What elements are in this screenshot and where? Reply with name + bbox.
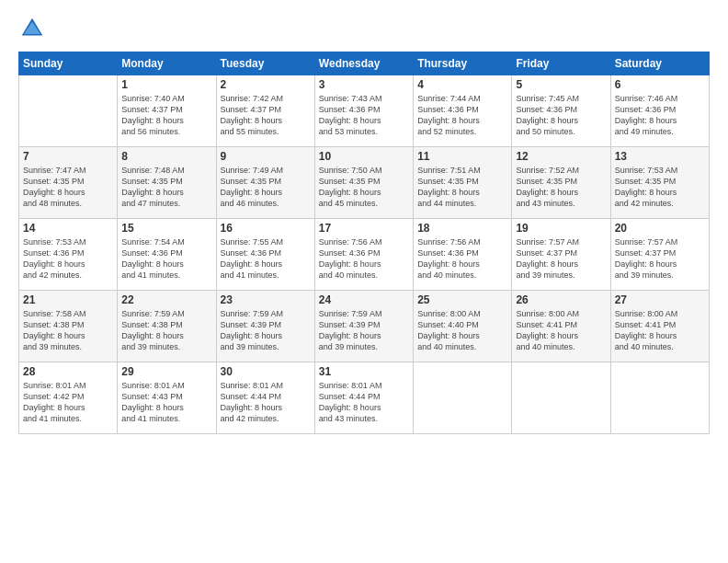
calendar-cell: 16Sunrise: 7:55 AMSunset: 4:36 PMDayligh… (216, 219, 314, 291)
calendar-cell: 25Sunrise: 8:00 AMSunset: 4:40 PMDayligh… (414, 291, 512, 362)
calendar-cell: 18Sunrise: 7:56 AMSunset: 4:36 PMDayligh… (414, 219, 512, 291)
calendar-cell: 10Sunrise: 7:50 AMSunset: 4:35 PMDayligh… (314, 147, 413, 219)
day-number: 20 (615, 222, 705, 235)
day-number: 8 (121, 150, 211, 163)
day-info: Sunrise: 7:51 AMSunset: 4:35 PMDaylight:… (417, 165, 507, 210)
week-row-5: 28Sunrise: 8:01 AMSunset: 4:42 PMDayligh… (19, 362, 710, 434)
day-number: 30 (221, 365, 311, 378)
calendar-cell: 11Sunrise: 7:51 AMSunset: 4:35 PMDayligh… (414, 147, 512, 219)
calendar-cell: 9Sunrise: 7:49 AMSunset: 4:35 PMDaylight… (216, 147, 314, 219)
day-number: 15 (121, 222, 211, 235)
week-row-1: 1Sunrise: 7:40 AMSunset: 4:37 PMDaylight… (19, 75, 710, 147)
calendar-cell (610, 362, 709, 434)
page: SundayMondayTuesdayWednesdayThursdayFrid… (0, 0, 728, 563)
day-number: 6 (615, 78, 705, 91)
calendar-cell: 13Sunrise: 7:53 AMSunset: 4:35 PMDayligh… (610, 147, 709, 219)
calendar-cell: 27Sunrise: 8:00 AMSunset: 4:41 PMDayligh… (610, 291, 709, 362)
day-info: Sunrise: 7:57 AMSunset: 4:37 PMDaylight:… (516, 236, 606, 282)
day-info: Sunrise: 7:59 AMSunset: 4:38 PMDaylight:… (121, 308, 211, 353)
day-info: Sunrise: 8:01 AMSunset: 4:44 PMDaylight:… (319, 380, 409, 425)
day-info: Sunrise: 7:49 AMSunset: 4:35 PMDaylight:… (221, 165, 311, 210)
calendar-cell: 7Sunrise: 7:47 AMSunset: 4:35 PMDaylight… (19, 147, 118, 219)
calendar-cell: 2Sunrise: 7:42 AMSunset: 4:37 PMDaylight… (216, 75, 314, 147)
day-info: Sunrise: 7:56 AMSunset: 4:36 PMDaylight:… (417, 236, 507, 282)
calendar-cell: 1Sunrise: 7:40 AMSunset: 4:37 PMDaylight… (118, 75, 216, 147)
day-info: Sunrise: 7:53 AMSunset: 4:36 PMDaylight:… (23, 236, 113, 282)
week-row-3: 14Sunrise: 7:53 AMSunset: 4:36 PMDayligh… (19, 219, 710, 291)
day-number: 31 (319, 365, 409, 378)
calendar-cell: 15Sunrise: 7:54 AMSunset: 4:36 PMDayligh… (118, 219, 216, 291)
day-number: 7 (23, 150, 113, 163)
day-info: Sunrise: 7:59 AMSunset: 4:39 PMDaylight:… (221, 308, 311, 353)
calendar-cell: 20Sunrise: 7:57 AMSunset: 4:37 PMDayligh… (610, 219, 709, 291)
day-info: Sunrise: 8:00 AMSunset: 4:40 PMDaylight:… (417, 308, 507, 353)
day-info: Sunrise: 7:50 AMSunset: 4:35 PMDaylight:… (319, 165, 409, 210)
day-number: 5 (516, 78, 606, 91)
day-number: 23 (221, 293, 311, 306)
calendar-cell (414, 362, 512, 434)
calendar-cell: 21Sunrise: 7:58 AMSunset: 4:38 PMDayligh… (19, 291, 118, 362)
day-info: Sunrise: 7:54 AMSunset: 4:36 PMDaylight:… (121, 236, 211, 282)
day-number: 3 (319, 78, 409, 91)
day-number: 17 (319, 222, 409, 235)
day-number: 16 (221, 222, 311, 235)
day-info: Sunrise: 7:47 AMSunset: 4:35 PMDaylight:… (23, 165, 113, 210)
day-number: 13 (615, 150, 705, 163)
day-info: Sunrise: 8:01 AMSunset: 4:44 PMDaylight:… (221, 380, 311, 425)
day-info: Sunrise: 7:48 AMSunset: 4:35 PMDaylight:… (121, 165, 211, 210)
calendar-cell: 8Sunrise: 7:48 AMSunset: 4:35 PMDaylight… (118, 147, 216, 219)
day-number: 18 (417, 222, 507, 235)
day-number: 21 (23, 293, 113, 306)
day-info: Sunrise: 7:45 AMSunset: 4:36 PMDaylight:… (516, 93, 606, 138)
logo-icon (18, 15, 46, 42)
calendar-cell (19, 75, 118, 147)
day-info: Sunrise: 7:43 AMSunset: 4:36 PMDaylight:… (319, 93, 409, 138)
calendar-cell: 5Sunrise: 7:45 AMSunset: 4:36 PMDaylight… (512, 75, 610, 147)
day-info: Sunrise: 7:59 AMSunset: 4:39 PMDaylight:… (319, 308, 409, 353)
calendar-cell: 23Sunrise: 7:59 AMSunset: 4:39 PMDayligh… (216, 291, 314, 362)
calendar: SundayMondayTuesdayWednesdayThursdayFrid… (18, 52, 710, 434)
calendar-cell: 19Sunrise: 7:57 AMSunset: 4:37 PMDayligh… (512, 219, 610, 291)
day-info: Sunrise: 7:40 AMSunset: 4:37 PMDaylight:… (121, 93, 211, 138)
week-row-4: 21Sunrise: 7:58 AMSunset: 4:38 PMDayligh… (19, 291, 710, 362)
day-number: 4 (417, 78, 507, 91)
calendar-cell: 24Sunrise: 7:59 AMSunset: 4:39 PMDayligh… (314, 291, 413, 362)
day-info: Sunrise: 7:44 AMSunset: 4:36 PMDaylight:… (417, 93, 507, 138)
calendar-cell: 6Sunrise: 7:46 AMSunset: 4:36 PMDaylight… (610, 75, 709, 147)
day-number: 14 (23, 222, 113, 235)
day-number: 19 (516, 222, 606, 235)
calendar-cell: 3Sunrise: 7:43 AMSunset: 4:36 PMDaylight… (314, 75, 413, 147)
day-number: 12 (516, 150, 606, 163)
header-wednesday: Wednesday (314, 52, 413, 75)
day-info: Sunrise: 7:46 AMSunset: 4:36 PMDaylight:… (615, 93, 705, 138)
header (18, 15, 710, 42)
day-info: Sunrise: 7:53 AMSunset: 4:35 PMDaylight:… (615, 165, 705, 210)
calendar-cell: 12Sunrise: 7:52 AMSunset: 4:35 PMDayligh… (512, 147, 610, 219)
day-number: 22 (121, 293, 211, 306)
calendar-cell: 31Sunrise: 8:01 AMSunset: 4:44 PMDayligh… (314, 362, 413, 434)
day-number: 28 (23, 365, 113, 378)
day-number: 25 (417, 293, 507, 306)
day-number: 11 (417, 150, 507, 163)
header-tuesday: Tuesday (216, 52, 314, 75)
day-info: Sunrise: 7:55 AMSunset: 4:36 PMDaylight:… (221, 236, 311, 282)
day-info: Sunrise: 7:58 AMSunset: 4:38 PMDaylight:… (23, 308, 113, 353)
day-info: Sunrise: 7:56 AMSunset: 4:36 PMDaylight:… (319, 236, 409, 282)
day-info: Sunrise: 8:01 AMSunset: 4:43 PMDaylight:… (121, 380, 211, 425)
day-info: Sunrise: 7:57 AMSunset: 4:37 PMDaylight:… (615, 236, 705, 282)
calendar-cell: 4Sunrise: 7:44 AMSunset: 4:36 PMDaylight… (414, 75, 512, 147)
day-number: 10 (319, 150, 409, 163)
day-number: 29 (121, 365, 211, 378)
day-number: 2 (221, 78, 311, 91)
header-sunday: Sunday (19, 52, 118, 75)
calendar-cell: 14Sunrise: 7:53 AMSunset: 4:36 PMDayligh… (19, 219, 118, 291)
calendar-cell (512, 362, 610, 434)
calendar-cell: 22Sunrise: 7:59 AMSunset: 4:38 PMDayligh… (118, 291, 216, 362)
day-info: Sunrise: 8:01 AMSunset: 4:42 PMDaylight:… (23, 380, 113, 425)
header-friday: Friday (512, 52, 610, 75)
day-number: 24 (319, 293, 409, 306)
logo (18, 15, 51, 42)
day-number: 9 (221, 150, 311, 163)
calendar-cell: 30Sunrise: 8:01 AMSunset: 4:44 PMDayligh… (216, 362, 314, 434)
calendar-cell: 26Sunrise: 8:00 AMSunset: 4:41 PMDayligh… (512, 291, 610, 362)
